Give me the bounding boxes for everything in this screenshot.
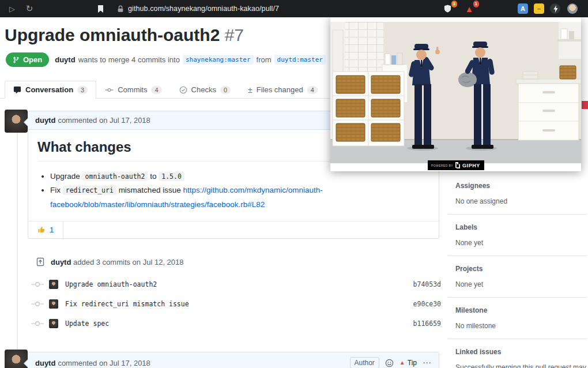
event-author-link[interactable]: duytd xyxy=(51,258,71,266)
commit-row: Fix redirect_uri mismatch issue e90ce30 xyxy=(31,294,441,314)
conversation-icon xyxy=(13,86,21,94)
tab-label: Commits xyxy=(118,85,147,94)
reload-icon[interactable]: ↻ xyxy=(23,0,36,17)
list-text: Fix xyxy=(50,186,61,194)
tab-conversation[interactable]: Conversation 3 xyxy=(5,81,96,99)
tip-button[interactable]: ▲ Tip xyxy=(399,359,417,367)
list-item: Fix redirect_uri mismatched issue https:… xyxy=(50,183,429,212)
event-description: added 3 commits on Jul 12, 2018 xyxy=(73,258,184,266)
merge-text: wants to merge 4 commits into xyxy=(78,55,180,64)
sidebar-section-value: No one assigned xyxy=(455,197,587,205)
pr-title-text: Upgrade omniauth-oauth2 xyxy=(5,25,220,44)
forward-icon[interactable]: ▷ xyxy=(6,0,18,17)
commits-event: duytd added 3 commits on Jul 12, 2018 xyxy=(33,256,186,268)
giphy-logo-icon xyxy=(455,162,460,168)
status-badge: Open xyxy=(6,52,49,67)
commit-message-link[interactable]: Update spec xyxy=(65,320,408,328)
tab-count: 0 xyxy=(220,86,231,94)
checks-icon xyxy=(179,86,187,94)
commit-sha[interactable]: b116659 xyxy=(413,320,441,328)
tab-label: Checks xyxy=(191,85,216,94)
commit-sha[interactable]: b74053d xyxy=(413,280,441,288)
commit-icon xyxy=(31,321,44,326)
list-text: Upgrade xyxy=(50,172,80,181)
tab-checks[interactable]: Checks 0 xyxy=(171,81,239,98)
event-text: duytd added 3 commits on Jul 12, 2018 xyxy=(51,258,184,266)
commit-message-link[interactable]: Fix redirect_uri mismatch issue xyxy=(65,300,408,308)
add-reaction-icon[interactable] xyxy=(385,359,394,367)
comment-meta: commented on Jul 17, 2018 xyxy=(58,359,150,367)
translate-icon[interactable]: A xyxy=(518,3,528,14)
list-text: to xyxy=(150,172,156,181)
comment-header-actions: Author ▲ Tip ⋯ xyxy=(350,357,432,368)
comment-author-link[interactable]: duytd xyxy=(35,359,55,367)
address-bar[interactable]: github.com/shaynekang/omniauth-kakao/pul… xyxy=(128,0,279,17)
avatar[interactable] xyxy=(49,299,58,309)
gif-popup: POWERED BY GIPHY xyxy=(330,17,581,171)
extension-badge: 3 xyxy=(451,1,457,7)
sidebar-section-labels: Labels None yet xyxy=(448,214,587,256)
commit-icon xyxy=(31,281,44,287)
extension-badge: 1 xyxy=(473,1,479,7)
changes-list: Upgrade omniauth-oauth2 to 1.5.0 Fix red… xyxy=(37,170,429,212)
base-branch-label[interactable]: shaynekang:master xyxy=(183,55,254,65)
thumbs-up-icon xyxy=(37,226,46,234)
sidebar-section-value: None yet xyxy=(455,239,587,247)
triangle-extension-icon[interactable]: ▲ 1 xyxy=(463,3,475,14)
comment-header: duytd commented on Jul 17, 2018 Author ▲… xyxy=(28,352,439,368)
sidebar-section-value: Successfully merging this pull request m… xyxy=(455,363,587,368)
head-branch-label[interactable]: duytd:master xyxy=(274,55,326,65)
laundry-scene-illustration xyxy=(330,22,581,163)
tip-triangle-icon: ▲ xyxy=(399,360,405,366)
sidebar-section-value: None yet xyxy=(455,280,587,288)
list-text: mismatched issue xyxy=(119,186,181,194)
tab-commits[interactable]: Commits 4 xyxy=(96,81,170,98)
repo-push-icon xyxy=(36,257,45,266)
commit-sha[interactable]: e90ce30 xyxy=(413,300,441,308)
browser-profile-avatar[interactable] xyxy=(567,3,578,14)
comment-meta: commented on Jul 17, 2018 xyxy=(58,116,150,125)
gif-image[interactable] xyxy=(330,22,581,163)
giphy-brand-text: GIPHY xyxy=(462,163,480,168)
pr-state-row: Open duytd wants to merge 4 commits into… xyxy=(6,52,339,67)
giphy-attribution-bar: POWERED BY GIPHY xyxy=(428,160,484,170)
pr-number: #7 xyxy=(225,25,244,44)
commits-icon xyxy=(105,86,114,94)
yellow-extension-icon[interactable]: – xyxy=(534,3,544,14)
merge-meta: duytd wants to merge 4 commits into shay… xyxy=(55,55,339,65)
shield-extension-icon[interactable]: 3 xyxy=(442,3,453,14)
commit-row: Upgrade omniauth-oauth2 b74053d xyxy=(31,275,441,294)
sidebar-section-milestone: Milestone No milestone xyxy=(448,297,587,339)
tab-count: 4 xyxy=(151,86,161,94)
comment-author-link[interactable]: duytd xyxy=(35,116,55,125)
tab-files-changed[interactable]: ± Files changed 4 xyxy=(239,81,326,98)
tab-label: Files changed xyxy=(257,85,303,94)
pr-author-link[interactable]: duytd xyxy=(55,55,75,64)
sidebar-section-value: No milestone xyxy=(455,322,587,330)
inline-code: 1.5.0 xyxy=(159,172,184,181)
tab-label: Conversation xyxy=(25,85,73,94)
commit-row: Update spec b116659 xyxy=(31,314,441,333)
sidebar-section-projects: Projects None yet xyxy=(448,256,587,297)
kebab-menu-icon[interactable]: ⋯ xyxy=(423,358,432,368)
reaction-count: 1 xyxy=(50,226,54,234)
commit-message-link[interactable]: Upgrade omniauth-oauth2 xyxy=(65,280,408,288)
lock-icon[interactable] xyxy=(115,0,126,17)
avatar[interactable] xyxy=(49,280,58,289)
avatar[interactable] xyxy=(49,319,58,328)
thumbs-up-reaction-button[interactable]: 1 xyxy=(28,221,63,238)
clipped-red-indicator xyxy=(582,101,588,109)
file-diff-icon: ± xyxy=(248,86,252,94)
timeline-line xyxy=(17,115,18,368)
lightning-icon[interactable] xyxy=(550,3,560,14)
powered-by-text: POWERED BY xyxy=(431,164,453,167)
page-title: Upgrade omniauth-oauth2 #7 xyxy=(5,25,244,45)
tab-count: 3 xyxy=(77,86,88,94)
reactions-bar: 1 xyxy=(28,221,439,238)
tab-count: 4 xyxy=(307,86,318,94)
pr-sidebar: Assignees No one assigned Labels None ye… xyxy=(448,173,587,368)
from-text: from xyxy=(257,55,272,64)
bookmark-icon[interactable] xyxy=(95,0,106,17)
commit-icon xyxy=(31,301,44,307)
sidebar-section-title: Projects xyxy=(455,265,587,273)
